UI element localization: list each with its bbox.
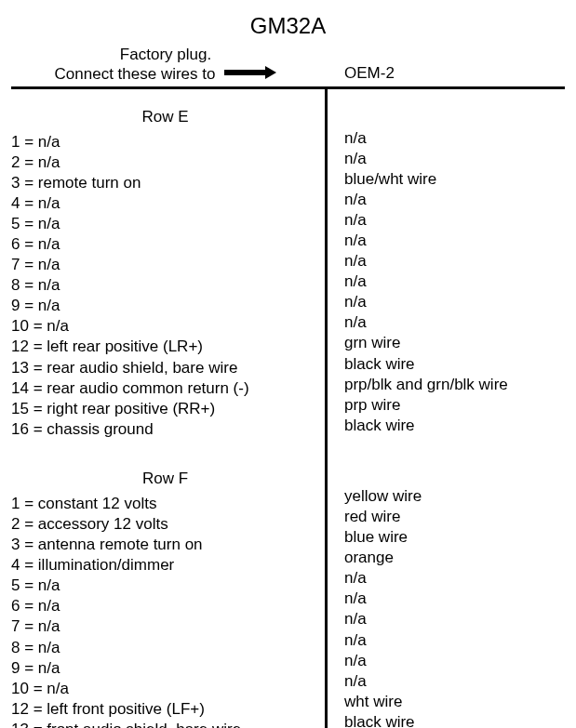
pin-row-right: n/a (344, 190, 559, 210)
pin-row-right: n/a (344, 251, 559, 271)
pin-row-right: black wire (344, 354, 559, 375)
pin-row-right: yellow wire (344, 486, 559, 507)
pin-row-right: n/a (344, 589, 559, 609)
svg-rect-0 (224, 70, 265, 75)
pin-row-left: 7 = n/a (11, 616, 319, 637)
column-oem2: n/an/ablue/wht wiren/an/an/an/an/an/an/a… (328, 89, 565, 729)
pin-row-left: 4 = n/a (11, 193, 319, 214)
pin-row-left: 9 = n/a (11, 658, 319, 679)
pin-row-right: n/a (344, 568, 559, 589)
pin-row-right: n/a (344, 630, 559, 651)
pin-row-left: 10 = n/a (11, 316, 319, 337)
section-header: Row F (11, 470, 319, 488)
pin-row-right: n/a (344, 149, 559, 169)
pin-row-left: 2 = accessory 12 volts (11, 514, 319, 535)
pin-row-right: grn wire (344, 333, 559, 353)
pin-row-right: n/a (344, 128, 559, 149)
pin-row-right: prp/blk and grn/blk wire (344, 375, 559, 395)
pin-row-left: 13 = front audio shield, bare wire (11, 720, 319, 728)
pin-row-right: black wire (344, 712, 559, 728)
pin-row-left: 5 = n/a (11, 214, 319, 234)
pin-row-right: black wire (344, 416, 559, 436)
pin-row-left: 7 = n/a (11, 255, 319, 275)
section-header: Row E (11, 108, 319, 126)
pin-row-right: n/a (344, 651, 559, 671)
pin-row-right: wht wire (344, 692, 559, 712)
pin-row-left: 14 = rear audio common return (-) (11, 378, 319, 399)
pin-row-left: 12 = left rear positive (LR+) (11, 337, 319, 357)
pin-row-right: n/a (344, 271, 559, 292)
wiring-sheet: GM32A Factory plug. Connect these wires … (0, 0, 576, 728)
pin-row-right: red wire (344, 507, 559, 527)
pin-row-left: 4 = illumination/dimmer (11, 555, 319, 576)
pin-row-left: 15 = right rear positive (RR+) (11, 399, 319, 419)
pin-row-right: blue/wht wire (344, 169, 559, 190)
pin-row-left: 1 = constant 12 volts (11, 494, 319, 514)
pin-row-right: n/a (344, 671, 559, 692)
pin-row-left: 9 = n/a (11, 296, 319, 316)
pin-row-right: n/a (344, 292, 559, 312)
arrow-right-icon (224, 64, 276, 84)
svg-marker-1 (265, 66, 276, 79)
pin-row-left: 8 = n/a (11, 638, 319, 658)
header-block: Factory plug. Connect these wires to OEM… (11, 45, 565, 85)
pin-row-left: 3 = remote turn on (11, 173, 319, 193)
section-header-spacer (344, 460, 559, 486)
header-left: Factory plug. Connect these wires to (11, 45, 328, 85)
page-title: GM32A (11, 13, 565, 39)
pin-row-right: n/a (344, 312, 559, 333)
pin-row-right: n/a (344, 609, 559, 629)
header-left-line1: Factory plug. (11, 45, 320, 64)
pin-row-right: prp wire (344, 395, 559, 416)
pin-row-left: 10 = n/a (11, 679, 319, 699)
header-right-label: OEM-2 (328, 64, 565, 85)
pin-row-left: 3 = antenna remote turn on (11, 535, 319, 555)
column-factory: Row E1 = n/a2 = n/a3 = remote turn on4 =… (11, 89, 328, 729)
pin-row-left: 5 = n/a (11, 576, 319, 596)
section-header-spacer (344, 102, 559, 128)
pin-row-right: orange (344, 548, 559, 568)
pin-row-left: 8 = n/a (11, 275, 319, 296)
pin-row-left: 1 = n/a (11, 132, 319, 152)
pin-row-right: blue wire (344, 527, 559, 548)
pin-row-right: n/a (344, 210, 559, 231)
pin-row-right: n/a (344, 231, 559, 251)
pin-row-left: 16 = chassis ground (11, 419, 319, 440)
two-column-body: Row E1 = n/a2 = n/a3 = remote turn on4 =… (11, 89, 565, 729)
pin-row-left: 12 = left front positive (LF+) (11, 699, 319, 720)
pin-row-left: 6 = n/a (11, 596, 319, 616)
pin-row-left: 13 = rear audio shield, bare wire (11, 358, 319, 378)
pin-row-left: 6 = n/a (11, 234, 319, 255)
header-left-line2: Connect these wires to (55, 64, 216, 84)
pin-row-left: 2 = n/a (11, 152, 319, 173)
